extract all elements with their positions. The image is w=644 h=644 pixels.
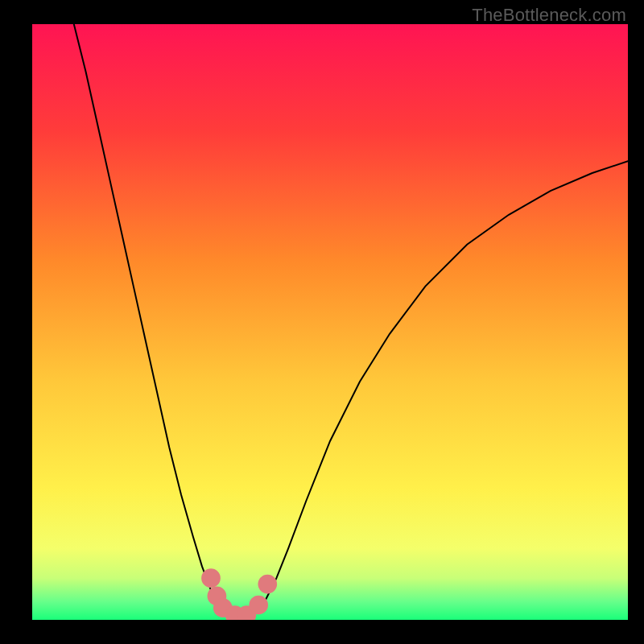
curve-markers <box>201 568 277 620</box>
bottleneck-curve <box>32 24 628 620</box>
marker-dot <box>201 568 221 588</box>
curve-line <box>74 24 628 617</box>
marker-dot <box>249 596 268 615</box>
watermark-text: TheBottleneck.com <box>472 5 626 26</box>
chart-frame: TheBottleneck.com <box>0 0 644 644</box>
marker-dot <box>258 575 277 594</box>
plot-area <box>32 24 628 620</box>
